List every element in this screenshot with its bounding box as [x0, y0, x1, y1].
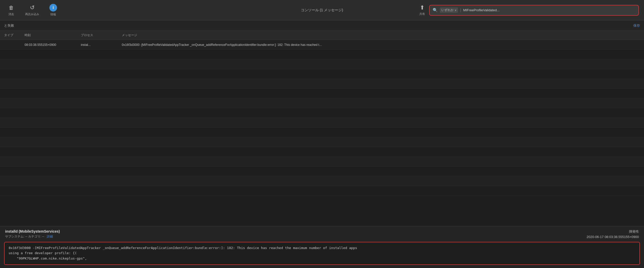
search-input[interactable] [463, 8, 635, 12]
message-text: 0x16f3d3000 -[MIFreeProfileValidatedAppT… [9, 245, 635, 261]
bottom-panel-info: installd (MobileSystemServices) サブシステム: … [5, 229, 60, 239]
content-area: と失敗 保存 タイプ 時刻 プロセス メッセージ 08:03:38.555155… [0, 20, 644, 268]
empty-row [0, 167, 644, 176]
volatility-label: 揮発性 [629, 229, 639, 234]
bottom-panel-title: installd (MobileSystemServices) [5, 229, 60, 233]
empty-row [0, 50, 644, 59]
reload-icon: ↺ [29, 4, 36, 11]
toolbar-left: 🗑 消去 ↺ 再読み込み i 情報 [5, 2, 60, 18]
col-type-header: タイプ [4, 33, 25, 37]
toolbar: コンソール (1 メッセージ) 🗑 消去 ↺ 再読み込み i 情報 ⬆ 共有 🔍… [0, 0, 644, 20]
info-icon: i [49, 4, 57, 12]
table-row[interactable]: 08:03:38.555155+0900 instal... 0x16f3d30… [0, 40, 644, 50]
cell-message: 0x16f3d3000 -[MIFreeProfileValidatedAppT… [122, 43, 640, 47]
table-body: 08:03:38.555155+0900 instal... 0x16f3d30… [0, 40, 644, 196]
save-button[interactable]: 保存 [633, 23, 640, 28]
empty-row [0, 147, 644, 157]
detail-link[interactable]: 詳細 [47, 235, 53, 238]
table-header: タイプ 時刻 プロセス メッセージ [0, 31, 644, 40]
search-icon: 🔍 [433, 8, 438, 13]
filter-label: と失敗 [4, 23, 14, 28]
reload-label: 再読み込み [25, 12, 39, 16]
clear-icon: 🗑 [8, 4, 15, 11]
empty-row [0, 108, 644, 118]
search-bar: 🔍 いずれか ∨ | [429, 5, 639, 16]
bottom-panel-header: installd (MobileSystemServices) サブシステム: … [0, 226, 644, 240]
cell-time: 08:03:38.555155+0900 [25, 43, 81, 47]
empty-row [0, 176, 644, 186]
col-message-header: メッセージ [122, 33, 640, 37]
col-time-header: 時刻 [25, 33, 81, 37]
reload-button[interactable]: ↺ 再読み込み [23, 3, 42, 18]
filter-label: いずれか [441, 8, 454, 12]
empty-row [0, 79, 644, 89]
toolbar-right: ⬆ 共有 🔍 いずれか ∨ | [419, 4, 639, 16]
cell-process: instal... [81, 43, 122, 47]
clear-label: 消去 [8, 12, 14, 16]
col-process-header: プロセス [81, 33, 122, 37]
empty-row [0, 186, 644, 196]
bottom-panel: installd (MobileSystemServices) サブシステム: … [0, 226, 644, 268]
info-button[interactable]: i 情報 [47, 2, 60, 18]
empty-row [0, 157, 644, 167]
share-label: 共有 [419, 12, 425, 16]
toolbar-title: コンソール (1 メッセージ) [301, 8, 343, 13]
clear-button[interactable]: 🗑 消去 [5, 3, 17, 18]
empty-row [0, 59, 644, 69]
empty-row [0, 69, 644, 79]
empty-row [0, 118, 644, 128]
bottom-panel-meta: 揮発性 2020-06-17 08:03:38.555155+0900 [587, 229, 639, 239]
empty-row [0, 89, 644, 98]
empty-row [0, 98, 644, 108]
share-icon: ⬆ [420, 4, 424, 11]
chevron-down-icon: ∨ [455, 9, 456, 12]
header-bar: と失敗 保存 [0, 20, 644, 31]
empty-row [0, 128, 644, 137]
search-divider: | [460, 8, 461, 13]
info-label: 情報 [50, 13, 56, 16]
bottom-panel-message: 0x16f3d3000 -[MIFreeProfileValidatedAppT… [4, 242, 640, 265]
search-filter-dropdown[interactable]: いずれか ∨ [440, 7, 458, 13]
bottom-panel-subtitle: サブシステム: -- カテゴリ: -- 詳細 [5, 234, 60, 239]
share-button[interactable]: ⬆ 共有 [419, 4, 425, 16]
bottom-panel-timestamp: 2020-06-17 08:03:38.555155+0900 [587, 235, 639, 239]
empty-row [0, 137, 644, 147]
